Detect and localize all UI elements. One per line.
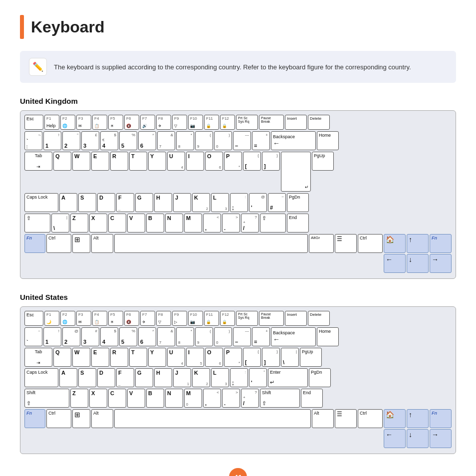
key-k[interactable]: K2: [192, 193, 210, 212]
key-f11[interactable]: F11🔒: [204, 115, 219, 130]
key-r[interactable]: R: [110, 152, 128, 171]
us-key-insert[interactable]: Insert: [285, 311, 307, 326]
key-comma[interactable]: <,: [203, 214, 221, 233]
us-key-w[interactable]: W: [72, 348, 90, 367]
key-x[interactable]: X: [89, 214, 107, 233]
key-c[interactable]: C: [108, 214, 126, 233]
key-b[interactable]: B: [146, 214, 164, 233]
us-key-slash[interactable]: ?+/: [241, 389, 259, 408]
us-key-i[interactable]: I5: [186, 348, 204, 367]
key-shift-right[interactable]: ⇧: [260, 214, 286, 233]
key-win[interactable]: ⊞: [72, 234, 90, 253]
us-key-space[interactable]: [114, 409, 311, 428]
key-home-nav[interactable]: 🏠: [384, 234, 406, 253]
key-i[interactable]: I: [186, 152, 204, 171]
key-l[interactable]: L3: [211, 193, 229, 212]
key-enter[interactable]: ↵: [281, 152, 311, 192]
us-key-8[interactable]: *8: [176, 327, 194, 346]
us-key-f4[interactable]: F4📋: [92, 311, 107, 326]
us-key-pgdn[interactable]: PgDn: [309, 368, 331, 387]
key-semicolon[interactable]: :;: [230, 193, 248, 212]
us-key-2[interactable]: @2: [62, 327, 80, 346]
us-key-x[interactable]: X: [89, 389, 107, 408]
key-1[interactable]: !1: [43, 131, 61, 150]
key-w[interactable]: W: [72, 152, 90, 171]
us-key-f12[interactable]: F12🔒: [220, 311, 235, 326]
us-key-pause[interactable]: PauseBreak: [259, 311, 284, 326]
us-key-g[interactable]: G: [135, 368, 153, 387]
key-period[interactable]: >.: [222, 214, 240, 233]
key-7[interactable]: &7: [157, 131, 175, 150]
us-key-u[interactable]: U4: [167, 348, 185, 367]
us-key-alt-right[interactable]: Alt: [312, 409, 334, 428]
us-key-h[interactable]: H: [154, 368, 172, 387]
key-3[interactable]: £3: [81, 131, 99, 150]
key-quote[interactable]: @': [249, 193, 267, 212]
us-key-alt-left[interactable]: Alt: [91, 409, 113, 428]
us-key-ctrl-right[interactable]: Ctrl: [358, 409, 383, 428]
us-key-0[interactable]: )0: [214, 327, 232, 346]
us-key-backslash[interactable]: |\: [281, 348, 299, 367]
us-key-down-arrow[interactable]: ↓: [407, 429, 429, 448]
us-key-menu[interactable]: ☰: [335, 409, 357, 428]
us-key-esc[interactable]: Esc: [24, 311, 43, 326]
us-key-up-arrow[interactable]: ↑: [407, 409, 429, 428]
key-d[interactable]: D: [97, 193, 115, 212]
key-up-arrow[interactable]: ↑: [407, 234, 429, 253]
key-space[interactable]: [114, 234, 308, 253]
key-backtick[interactable]: ¬`¦: [24, 131, 42, 150]
us-key-9[interactable]: (9: [195, 327, 213, 346]
key-f4[interactable]: F4📋: [92, 115, 107, 130]
us-key-b[interactable]: B: [146, 389, 164, 408]
key-y[interactable]: Y: [148, 152, 166, 171]
us-key-f2[interactable]: F2🌐: [60, 311, 75, 326]
key-t[interactable]: T: [129, 152, 147, 171]
us-key-semicolon[interactable]: :;: [230, 368, 248, 387]
key-delete[interactable]: Delete: [308, 115, 330, 130]
us-key-n[interactable]: N: [165, 389, 183, 408]
us-key-enter[interactable]: Enter↵: [268, 368, 308, 387]
us-key-p[interactable]: P*: [224, 348, 242, 367]
key-down-arrow[interactable]: ↓: [407, 254, 429, 273]
key-6[interactable]: ^6: [138, 131, 156, 150]
key-prtsc[interactable]: Prt ScSys Rq: [236, 115, 258, 130]
us-key-home[interactable]: Home: [317, 327, 339, 346]
us-key-tilde[interactable]: ~`: [24, 327, 42, 346]
us-key-home-nav[interactable]: 🏠: [384, 409, 406, 428]
us-key-win[interactable]: ⊞: [72, 409, 90, 428]
us-key-tab[interactable]: Tab⇥: [24, 348, 52, 367]
us-key-bracket-l[interactable]: {[: [243, 348, 261, 367]
key-a[interactable]: A: [59, 193, 77, 212]
us-key-end[interactable]: End: [301, 389, 323, 408]
key-f3[interactable]: F3✉: [76, 115, 91, 130]
key-0[interactable]: )0: [214, 131, 232, 150]
us-key-f1[interactable]: F1🌙: [44, 311, 59, 326]
key-backspace[interactable]: Backspace←: [271, 131, 316, 150]
key-shift-left[interactable]: ⇧: [24, 214, 50, 233]
key-9[interactable]: (9: [195, 131, 213, 150]
key-bracket-l[interactable]: {[: [243, 152, 261, 171]
key-v[interactable]: V: [127, 214, 145, 233]
us-key-k[interactable]: K2: [192, 368, 210, 387]
key-m[interactable]: M: [184, 214, 202, 233]
us-key-left-arrow[interactable]: ←: [384, 429, 406, 448]
us-key-delete[interactable]: Delete: [308, 311, 330, 326]
us-key-m[interactable]: M0: [184, 389, 202, 408]
key-right-arrow[interactable]: →: [430, 254, 452, 273]
key-backslash[interactable]: |\: [51, 214, 69, 233]
key-esc[interactable]: Esc: [24, 115, 43, 130]
us-key-shift-right[interactable]: Shift⇧: [260, 389, 300, 408]
key-alt-left[interactable]: Alt: [91, 234, 113, 253]
us-key-pgup[interactable]: PgUp: [300, 348, 322, 367]
key-f[interactable]: F_: [116, 193, 134, 212]
key-tab[interactable]: Tab⇥: [24, 152, 52, 171]
us-key-6[interactable]: ^6: [138, 327, 156, 346]
key-f2[interactable]: F2🌐: [60, 115, 75, 130]
us-key-1[interactable]: !1: [43, 327, 61, 346]
us-key-d[interactable]: D: [97, 368, 115, 387]
key-f9[interactable]: F9▽: [172, 115, 187, 130]
us-key-f9[interactable]: F9▷: [172, 311, 187, 326]
us-key-q[interactable]: Q: [53, 348, 71, 367]
us-key-ctrl-left[interactable]: Ctrl: [46, 409, 71, 428]
key-s[interactable]: S: [78, 193, 96, 212]
